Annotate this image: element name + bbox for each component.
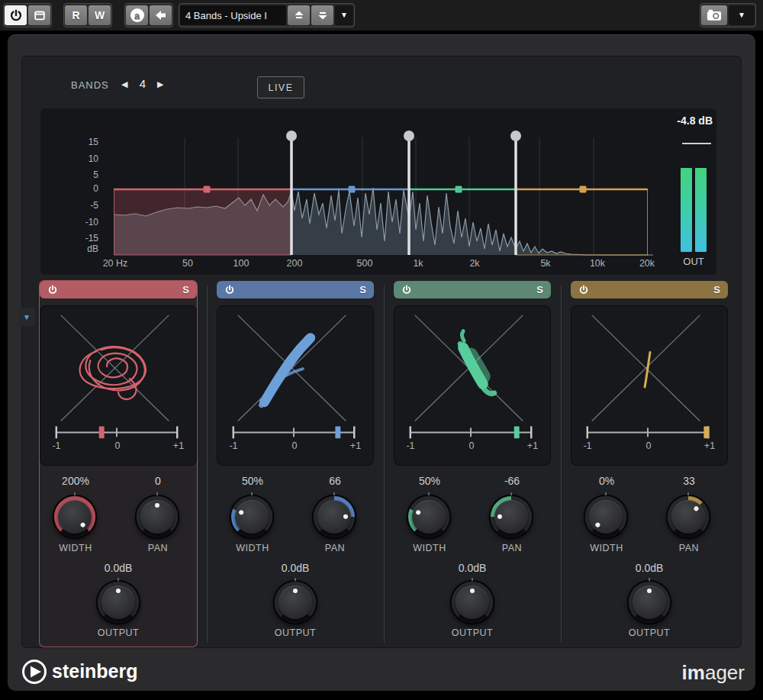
chevron-down-icon: ▼ <box>340 11 348 19</box>
correlation-scale-min: -1 <box>583 440 591 451</box>
a-icon: a <box>130 8 144 22</box>
plugin-panel: BANDS ◀ 4 ▶ LIVE 15 10 5 0 -5 -10 -15 dB… <box>21 56 742 648</box>
db-tick: 5 <box>56 169 98 181</box>
output-value: 0.0dB <box>636 562 664 574</box>
correlation-scale-zero: 0 <box>115 440 121 451</box>
bypass-icon <box>33 8 47 22</box>
product-name: imager <box>682 661 745 685</box>
band-power-button[interactable] <box>47 285 58 295</box>
power-icon <box>9 8 23 22</box>
bypass-button[interactable] <box>28 5 50 25</box>
functions-menu-button[interactable]: ▼ <box>729 5 755 25</box>
pan-label: PAN <box>502 543 522 553</box>
brand-name: steinberg <box>52 660 138 682</box>
bands-increase-button[interactable]: ▶ <box>157 79 163 89</box>
width-value: 50% <box>419 475 440 487</box>
preset-name-field[interactable]: 4 Bands - Upside I <box>180 5 286 25</box>
next-preset-button[interactable] <box>311 5 333 25</box>
column-divider <box>561 285 562 643</box>
db-tick: 0 <box>56 183 98 195</box>
width-knob[interactable] <box>584 495 628 539</box>
correlation-scale-min: -1 <box>229 440 237 451</box>
correlation-scale-max: +1 <box>704 440 715 451</box>
output-value: 0.0dB <box>459 562 487 574</box>
chevron-down-icon: ▼ <box>738 11 745 19</box>
pan-knob[interactable] <box>489 495 533 539</box>
output-knob[interactable] <box>450 580 494 624</box>
correlation-scale-min: -1 <box>406 440 414 451</box>
freq-tick: 1k <box>413 258 423 269</box>
width-knob[interactable] <box>230 495 274 539</box>
width-value: 200% <box>62 475 89 487</box>
freq-tick: 10k <box>590 258 605 269</box>
output-label: OUTPUT <box>452 627 493 638</box>
width-label: WIDTH <box>59 543 92 553</box>
live-button[interactable]: LIVE <box>257 76 304 98</box>
output-meter-bar-right <box>695 168 707 252</box>
pan-knob[interactable] <box>312 495 356 539</box>
output-label: OUTPUT <box>98 627 139 638</box>
output-value: 0.0dB <box>105 562 133 574</box>
band-solo-button[interactable]: S <box>713 284 720 295</box>
db-tick: 10 <box>56 153 98 165</box>
pan-label: PAN <box>325 543 345 553</box>
toolbar: R W a 4 Bands - Upside I ▼ <box>0 0 763 31</box>
db-axis-label: dB <box>56 244 98 255</box>
pan-value: 66 <box>329 475 341 487</box>
band-3-vectorscope: -1 0 +1 <box>394 305 551 466</box>
next-preset-icon <box>317 9 329 21</box>
width-value: 50% <box>242 475 263 487</box>
freq-tick: 500 <box>357 258 373 269</box>
freq-tick: 100 <box>233 258 250 269</box>
back-arrow-icon <box>155 10 167 21</box>
steinberg-logo-icon <box>21 659 47 685</box>
pan-value: 0 <box>155 475 161 487</box>
band-2-panel: S -1 0 +1 50% 66 WIDTH PAN 0.0dB OUTPUT <box>217 281 374 647</box>
preset-menu-button[interactable]: ▼ <box>335 5 353 25</box>
pan-knob[interactable] <box>666 495 710 539</box>
out-label: OUT <box>683 256 703 267</box>
spectrum-plot[interactable] <box>114 130 653 255</box>
band-2-vectorscope: -1 0 +1 <box>217 305 374 466</box>
output-knob[interactable] <box>273 580 317 624</box>
band-solo-button[interactable]: S <box>359 284 366 295</box>
width-label: WIDTH <box>413 543 446 553</box>
spectrum-display: 15 10 5 0 -5 -10 -15 dB 20 Hz 50 100 200… <box>40 108 716 275</box>
snapshot-button[interactable] <box>701 5 727 25</box>
correlation-scale-max: +1 <box>350 440 361 451</box>
freq-tick: 200 <box>287 258 303 269</box>
collapse-bands-button[interactable]: ▼ <box>18 308 35 326</box>
back-arrow-button[interactable] <box>150 5 172 25</box>
band-solo-button[interactable]: S <box>536 284 543 295</box>
band-1-vectorscope: -1 0 +1 <box>40 305 197 466</box>
db-tick: -10 <box>56 217 98 228</box>
meter-peak-line <box>682 143 711 144</box>
previous-preset-icon <box>293 9 305 21</box>
output-knob[interactable] <box>627 580 671 624</box>
previous-preset-button[interactable] <box>288 5 310 25</box>
db-tick: -15 <box>56 233 98 244</box>
band-1-panel: S -1 0 +1 200% 0 WIDTH PAN 0.0dB OUTPUT <box>40 281 197 647</box>
column-divider <box>384 285 385 643</box>
band-power-button[interactable] <box>578 285 589 295</box>
product-name-bold: im <box>682 661 705 684</box>
plugin-power-button[interactable] <box>5 5 27 25</box>
correlation-scale-max: +1 <box>527 440 538 451</box>
width-knob[interactable] <box>407 495 451 539</box>
pan-knob[interactable] <box>135 495 179 539</box>
write-automation-button[interactable]: W <box>89 5 111 25</box>
bands-decrease-button[interactable]: ◀ <box>121 79 127 89</box>
band-3-header: S <box>394 281 551 298</box>
plugin-window: BANDS ◀ 4 ▶ LIVE 15 10 5 0 -5 -10 -15 dB… <box>8 34 755 691</box>
correlation-scale-min: -1 <box>52 440 60 451</box>
band-solo-button[interactable]: S <box>182 284 189 295</box>
band-power-button[interactable] <box>224 285 235 295</box>
pan-value: 33 <box>683 475 695 487</box>
bands-label: BANDS <box>71 79 109 91</box>
band-power-button[interactable] <box>401 285 412 295</box>
read-automation-button[interactable]: R <box>65 5 87 25</box>
width-knob[interactable] <box>53 495 97 539</box>
freq-tick: 20 Hz <box>103 258 128 269</box>
output-knob[interactable] <box>96 580 140 624</box>
automation-button[interactable]: a <box>126 5 148 25</box>
